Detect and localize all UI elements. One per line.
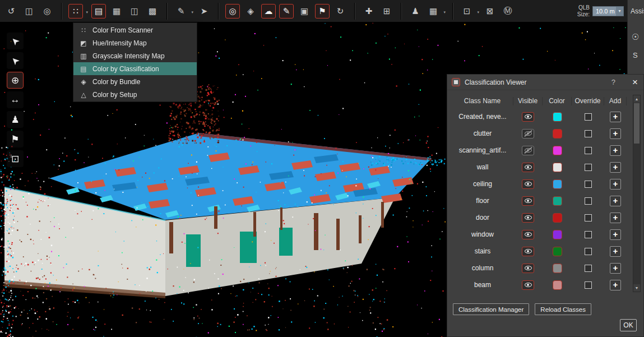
visibility-eye-button[interactable]	[522, 247, 534, 256]
visibility-eye-button[interactable]	[522, 213, 534, 223]
panel-title-bar[interactable]: Classification Viewer ? ×	[447, 75, 643, 90]
override-checkbox[interactable]	[585, 197, 592, 205]
flythrough-icon[interactable]: ⚑	[7, 131, 24, 147]
menu-color-by-classification[interactable]: ▤Color by Classification	[73, 62, 197, 75]
color-by-classification-mode-icon[interactable]: ▤	[91, 4, 106, 19]
visibility-eye-button[interactable]	[522, 163, 534, 172]
override-checkbox[interactable]	[585, 181, 592, 188]
scan-point-icon[interactable]: ◎	[225, 4, 240, 19]
add-class-button[interactable]: +	[610, 213, 621, 223]
zoom-view-icon[interactable]: ◎	[40, 4, 54, 19]
table-scrollbar[interactable]: ▲ ▼	[633, 95, 641, 292]
scroll-down-icon[interactable]: ▼	[633, 284, 640, 292]
add-class-button[interactable]: +	[610, 246, 621, 257]
add-class-button[interactable]: +	[610, 128, 621, 139]
snap-grid-icon[interactable]: ⊞	[379, 4, 394, 19]
visibility-eye-button[interactable]	[522, 179, 534, 189]
add-class-button[interactable]: +	[610, 229, 621, 240]
qlb-size-select[interactable]: 10.0 m ▾	[592, 6, 624, 16]
column-override[interactable]: Override	[572, 97, 604, 105]
color-swatch[interactable]	[553, 196, 562, 206]
color-swatch[interactable]	[553, 213, 562, 223]
override-checkbox[interactable]	[585, 265, 592, 272]
chevron-down-icon[interactable]: ▾	[477, 10, 479, 15]
override-checkbox[interactable]	[585, 164, 592, 171]
override-checkbox[interactable]	[585, 231, 592, 238]
duplicate-view-icon[interactable]: ◫	[22, 4, 36, 19]
color-swatch[interactable]	[553, 112, 562, 122]
color-swatch[interactable]	[553, 146, 562, 155]
column-color[interactable]: Color	[543, 97, 572, 105]
menu-hue-intensity-map[interactable]: ◩Hue/Intensity Map	[73, 36, 197, 49]
rotate-view-icon[interactable]: ↺	[4, 4, 18, 19]
walkthrough-icon[interactable]: ♟	[7, 111, 24, 128]
model-box-icon[interactable]: Ⓜ	[501, 4, 515, 19]
imagery-view-icon[interactable]: ▩	[145, 4, 160, 19]
add-class-button[interactable]: +	[610, 179, 621, 190]
orbit-tool-icon[interactable]: ⊕	[7, 72, 24, 89]
grayscale-intensity-icon[interactable]: ▦	[109, 4, 124, 19]
chevron-down-icon[interactable]: ▾	[616, 7, 623, 16]
color-swatch[interactable]	[553, 179, 562, 189]
color-swatch[interactable]	[553, 129, 562, 139]
visibility-eye-off-button[interactable]	[522, 146, 534, 155]
column-class-name[interactable]: Class Name	[452, 97, 513, 105]
visibility-eye-button[interactable]	[522, 196, 534, 206]
visibility-eye-button[interactable]	[522, 264, 534, 273]
snapshot-camera-icon[interactable]: ▣	[297, 4, 312, 19]
visibility-eye-button[interactable]	[522, 112, 534, 122]
location-pin-icon[interactable]: ⚑	[315, 4, 330, 19]
add-class-button[interactable]: +	[610, 145, 621, 156]
paint-measure-icon[interactable]: ✎▾	[174, 4, 188, 19]
chevron-down-icon[interactable]: ▾	[443, 10, 446, 15]
add-class-button[interactable]: +	[610, 196, 621, 206]
orbit-rotate-icon[interactable]: ↻	[333, 4, 348, 19]
add-class-button[interactable]: +	[610, 263, 621, 274]
chevron-down-icon[interactable]: ▾	[191, 10, 193, 15]
chevron-down-icon[interactable]: ▾	[86, 10, 88, 15]
reload-classes-button[interactable]: Reload Classes	[535, 303, 591, 315]
color-swatch[interactable]	[553, 264, 562, 273]
color-swatch[interactable]	[553, 247, 562, 256]
visibility-eye-off-button[interactable]	[522, 129, 534, 139]
tag-icon[interactable]: ◈	[243, 4, 258, 19]
add-class-button[interactable]: +	[610, 112, 621, 122]
color-swatch[interactable]	[553, 280, 562, 290]
override-checkbox[interactable]	[585, 248, 592, 255]
help-button[interactable]: ?	[611, 78, 615, 86]
clipping-box-icon[interactable]: ⊡▾	[460, 4, 474, 19]
assistant-icon[interactable]: ☉	[632, 32, 644, 42]
override-checkbox[interactable]	[585, 130, 592, 137]
override-checkbox[interactable]	[585, 113, 592, 121]
visibility-eye-button[interactable]	[522, 280, 534, 290]
pick-cursor-icon[interactable]: ➤	[197, 4, 211, 19]
cursor-pick-icon[interactable]: ➤	[7, 52, 24, 69]
menu-color-by-setup[interactable]: △Color by Setup	[73, 88, 197, 101]
point-color-mode-icon[interactable]: ∷▾	[68, 4, 83, 19]
point-cloud-icon[interactable]: ☁	[261, 4, 276, 19]
menu-color-by-bundle[interactable]: ◈Color by Bundle	[73, 75, 197, 88]
ok-button[interactable]: OK	[620, 319, 637, 331]
walk-person-icon[interactable]: ♟	[408, 4, 423, 19]
scroll-up-icon[interactable]: ▲	[633, 95, 640, 103]
annotate-pen-icon[interactable]: ✎	[279, 4, 294, 19]
classification-manager-button[interactable]: Classification Manager	[453, 303, 529, 315]
menu-grayscale-intensity-map[interactable]: ▥Grayscale Intensity Map	[73, 49, 197, 62]
axis-transform-icon[interactable]: ✚	[362, 4, 376, 19]
close-icon[interactable]: ×	[632, 77, 638, 87]
add-class-button[interactable]: +	[610, 162, 621, 173]
cursor-arrow-icon[interactable]: ➤	[7, 33, 24, 49]
add-class-button[interactable]: +	[610, 280, 621, 290]
scrollbar-thumb[interactable]	[634, 103, 640, 144]
column-visible[interactable]: Visible	[513, 97, 543, 105]
hatch-grid-icon[interactable]: ▦▾	[426, 4, 441, 19]
column-add[interactable]: Add	[604, 97, 627, 105]
override-checkbox[interactable]	[585, 147, 592, 154]
pan-range-icon[interactable]: ↔	[7, 91, 24, 108]
color-swatch[interactable]	[553, 163, 562, 172]
visibility-eye-button[interactable]	[522, 230, 534, 239]
box-mode-icon[interactable]: ⊡	[7, 150, 24, 167]
override-checkbox[interactable]	[585, 281, 592, 289]
wireframe-box-icon[interactable]: ⊠	[483, 4, 497, 19]
override-checkbox[interactable]	[585, 214, 592, 221]
